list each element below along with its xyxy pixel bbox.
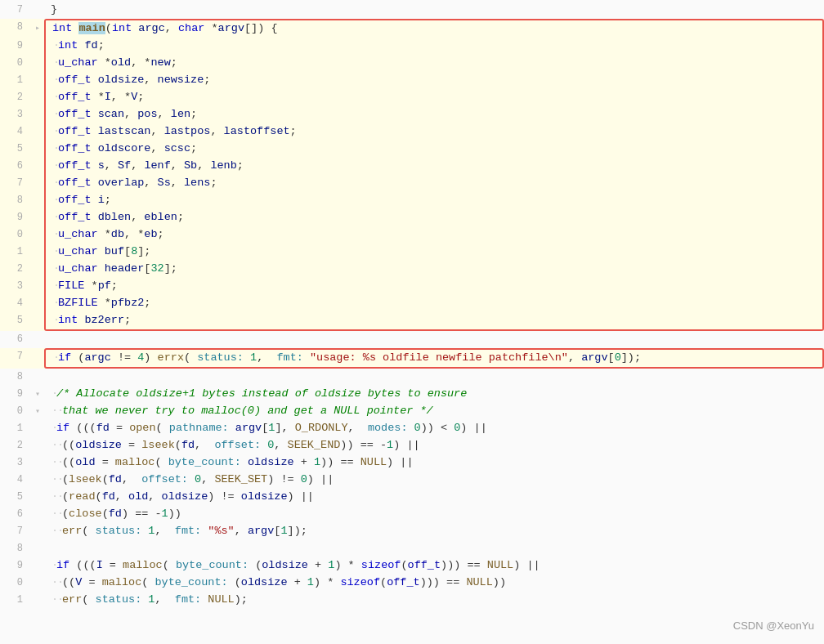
code-line: 7 err( status: 1, fmt: "%s", argv[1]);: [0, 523, 824, 540]
fold-gutter: [31, 209, 44, 226]
fold-gutter: [31, 278, 44, 295]
line-code: off_t *I, *V;: [49, 89, 816, 106]
fold-gutter: [31, 226, 44, 244]
indent-dot: [52, 192, 58, 209]
code-line: 7 if (argc != 4) errx( status: 1, fmt: "…: [0, 348, 824, 369]
code-line: 3 FILE *pf;: [0, 278, 824, 295]
line-code: u_char *db, *eb;: [49, 226, 816, 244]
fold-gutter: [31, 348, 44, 369]
code-line: 4 off_t lastscan, lastpos, lastoffset;: [0, 123, 824, 141]
line-number: 1: [0, 592, 31, 609]
line-number: 4: [0, 472, 31, 489]
line-number: 3: [0, 454, 31, 472]
fold-gutter[interactable]: ▸: [31, 19, 44, 38]
line-number: 7: [0, 175, 31, 192]
fold-gutter[interactable]: ▾: [31, 386, 44, 403]
line-code: off_t oldsize, newsize;: [49, 72, 816, 89]
line-number: 3: [0, 106, 31, 123]
line-number: 8: [0, 19, 31, 38]
indent-dot: [51, 523, 56, 540]
code-line: 5 (read(fd, old, oldsize) != oldsize) ||: [0, 489, 824, 506]
line-number: 3: [0, 278, 31, 295]
line-number: 6: [0, 506, 31, 523]
indent-dot: [51, 420, 56, 437]
fold-gutter: [31, 72, 44, 89]
fold-gutter: [31, 331, 44, 348]
fold-gutter[interactable]: ▾: [31, 403, 44, 420]
line-code: ((V = malloc( byte_count: (oldsize + 1) …: [47, 575, 817, 592]
line-code: ((oldsize = lseek(fd, offset: 0, SEEK_EN…: [47, 437, 817, 454]
fold-gutter: [31, 89, 44, 106]
indent-dot: [52, 261, 58, 278]
fold-gutter: [31, 2, 44, 19]
line-code: }: [47, 2, 817, 19]
line-code: /* Allocate oldsize+1 bytes instead of o…: [47, 386, 817, 403]
line-number: 0: [0, 226, 31, 244]
indent-dot: [52, 350, 58, 367]
fold-gutter: [31, 244, 44, 261]
code-line: 8▸int main(int argc, char *argv[]) {: [0, 19, 824, 38]
code-line: 7 off_t overlap, Ss, lens;: [0, 175, 824, 192]
line-code: off_t dblen, eblen;: [49, 209, 816, 226]
indent-dot: [51, 437, 56, 454]
line-number: 8: [0, 540, 31, 557]
fold-gutter: [31, 489, 44, 506]
fold-gutter: [31, 369, 44, 386]
line-number: 4: [0, 295, 31, 312]
indent-dot: [52, 226, 58, 244]
code-line: 0 u_char *old, *new;: [0, 55, 824, 72]
indent-dot: [52, 209, 58, 226]
indent-dot: [51, 454, 56, 472]
line-number: 8: [0, 369, 31, 386]
line-code: if (((I = malloc( byte_count: (oldsize +…: [47, 557, 817, 575]
indent-dot: [51, 557, 56, 575]
indent-dot: [52, 175, 58, 192]
indent-dot: [51, 472, 56, 489]
fold-gutter: [31, 295, 44, 312]
indent-dot: [52, 38, 58, 55]
code-line: 5 int bz2err;: [0, 312, 824, 331]
line-code: off_t lastscan, lastpos, lastoffset;: [49, 123, 816, 141]
indent-dot: [56, 592, 62, 609]
code-line: 6: [0, 331, 824, 348]
indent-dot: [56, 489, 62, 506]
code-line: 8 off_t i;: [0, 192, 824, 209]
code-line: 7}: [0, 2, 824, 19]
line-number: 5: [0, 141, 31, 158]
line-number: 7: [0, 348, 31, 369]
code-line: 4 (lseek(fd, offset: 0, SEEK_SET) != 0) …: [0, 472, 824, 489]
line-number: 2: [0, 89, 31, 106]
line-code: err( status: 1, fmt: "%s", argv[1]);: [47, 523, 817, 540]
code-line: 1 off_t oldsize, newsize;: [0, 72, 824, 89]
line-code: (close(fd) == -1)): [47, 506, 817, 523]
line-number: 1: [0, 244, 31, 261]
line-code: int main(int argc, char *argv[]) {: [49, 20, 816, 38]
fold-gutter: [31, 592, 44, 609]
indent-dot: [56, 506, 62, 523]
indent-dot: [52, 123, 58, 141]
code-line: 6 (close(fd) == -1)): [0, 506, 824, 523]
line-number: 5: [0, 312, 31, 331]
line-number: 6: [0, 158, 31, 175]
line-code: u_char header[32];: [49, 261, 816, 278]
line-code: off_t scan, pos, len;: [49, 106, 816, 123]
indent-dot: [52, 141, 58, 158]
code-line: 9▾ /* Allocate oldsize+1 bytes instead o…: [0, 386, 824, 403]
fold-gutter: [31, 420, 44, 437]
line-number: 7: [0, 2, 31, 19]
line-code: [47, 540, 817, 557]
line-code: (read(fd, old, oldsize) != oldsize) ||: [47, 489, 817, 506]
code-line: 2 ((oldsize = lseek(fd, offset: 0, SEEK_…: [0, 437, 824, 454]
code-line: 2 u_char header[32];: [0, 261, 824, 278]
line-number: 8: [0, 192, 31, 209]
code-line: 5 off_t oldscore, scsc;: [0, 141, 824, 158]
fold-gutter: [31, 575, 44, 592]
line-code: BZFILE *pfbz2;: [49, 295, 816, 312]
indent-dot: [51, 386, 56, 403]
fold-gutter: [31, 141, 44, 158]
code-editor: 7}8▸int main(int argc, char *argv[]) {9 …: [0, 0, 824, 644]
indent-dot: [52, 244, 58, 261]
code-line: 6 off_t s, Sf, lenf, Sb, lenb;: [0, 158, 824, 175]
line-code: if (argc != 4) errx( status: 1, fmt: "us…: [49, 350, 816, 367]
fold-gutter: [31, 38, 44, 55]
